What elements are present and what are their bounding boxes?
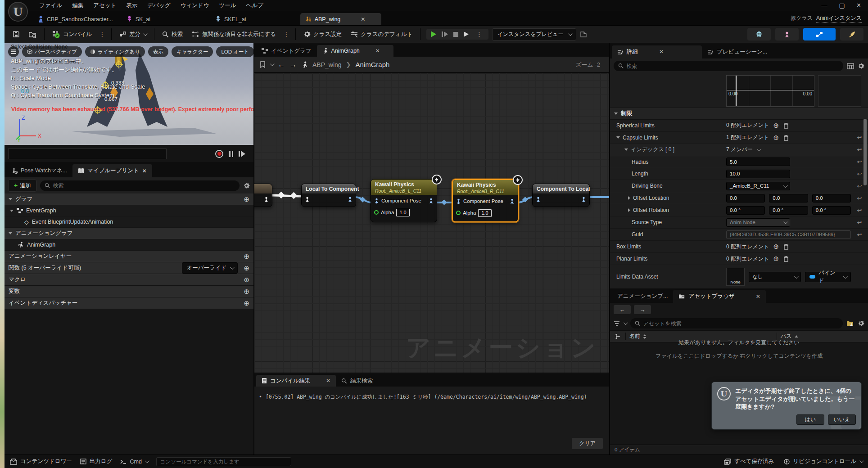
step-forward-button[interactable] xyxy=(239,151,245,157)
section-functions[interactable]: 関数 (5 オーバーライド可能) オーバーライド ⊕ xyxy=(5,262,253,274)
play-button[interactable] xyxy=(431,31,436,37)
menu-file[interactable]: ファイル xyxy=(34,0,67,11)
menu-help[interactable]: ヘルプ xyxy=(241,0,268,11)
tab-preview-scene[interactable]: プレビューシーン... xyxy=(702,45,773,58)
lighting-button[interactable]: ライティングあり xyxy=(85,46,145,57)
tab-close-icon[interactable]: ✕ xyxy=(361,16,365,22)
bind-button[interactable]: バインド xyxy=(805,272,851,282)
alpha-value-field[interactable]: 1.0 xyxy=(396,209,409,216)
bookmark-icon[interactable] xyxy=(260,61,266,68)
revision-control-button[interactable]: リビジョンコントロール xyxy=(783,458,863,465)
character-button[interactable]: キャラクター xyxy=(172,46,213,57)
toast-yes-button[interactable]: はい xyxy=(796,414,824,425)
forward-button[interactable]: → xyxy=(634,305,651,314)
bone-marker-icon[interactable] xyxy=(94,106,102,114)
reset-to-default-icon[interactable]: ↩ xyxy=(851,207,868,214)
display-filter-icon[interactable] xyxy=(847,63,854,69)
hide-unrelated-button[interactable]: 無関係な項目を非表示にする xyxy=(188,28,280,40)
tab-close-icon[interactable]: ✕ xyxy=(756,293,760,300)
preview-instance-dropdown[interactable]: インスタンスをプレビュー xyxy=(492,28,576,40)
add-graph-icon[interactable]: ⊕ xyxy=(244,195,249,203)
diff-button[interactable]: 差分 xyxy=(116,28,150,40)
trash-icon[interactable] xyxy=(783,256,789,262)
offset-rotation-z-field[interactable]: 0.0 ° xyxy=(812,206,851,215)
driving-bone-dropdown[interactable]: _AmiceB_R_C11 xyxy=(726,182,790,190)
row-event-blueprintupdateanimation[interactable]: ◇ Event BlueprintUpdateAnimation xyxy=(5,216,253,228)
pose-pin-icon[interactable] xyxy=(510,198,515,204)
node-kawaii-physics-right[interactable]: Kawaii Physics Root:_AmiceB_R_C11 Compon… xyxy=(452,179,519,222)
compile-options-icon[interactable]: ⋮ xyxy=(97,31,107,38)
node-local-to-component[interactable]: Local To Component xyxy=(301,184,356,207)
find-button[interactable]: 検索 xyxy=(158,28,186,40)
add-dispatcher-icon[interactable]: ⊕ xyxy=(244,299,249,307)
reset-to-default-icon[interactable]: ↩ xyxy=(851,195,868,202)
menu-asset[interactable]: アセット xyxy=(88,0,121,11)
add-button[interactable]: +追加 xyxy=(8,180,36,192)
search-input[interactable] xyxy=(627,63,839,69)
add-variable-icon[interactable]: ⊕ xyxy=(244,288,249,296)
alpha-pin-icon[interactable] xyxy=(374,210,379,215)
animation-mode-button[interactable] xyxy=(840,28,863,40)
compile-log-line[interactable]: [0755.02] ABP_wing のコンパイルに成功しました![163 ミリ… xyxy=(266,394,587,400)
node-kawaii-physics-left[interactable]: Kawaii Physics Root:_AmiceB_L_C11 Compon… xyxy=(371,179,437,222)
record-button[interactable] xyxy=(215,150,223,158)
asset-search[interactable] xyxy=(630,318,843,328)
pose-pin-icon[interactable] xyxy=(348,197,353,202)
tab-sk-ai[interactable]: SK_ai xyxy=(121,13,156,25)
tab-cbp-sandboxcharacter[interactable]: CBP_SandboxCharacter... xyxy=(32,13,118,25)
cmd-dropdown[interactable]: Cmd xyxy=(120,459,148,465)
section-graphs[interactable]: グラフ ⊕ xyxy=(5,194,253,205)
pose-pin-icon[interactable] xyxy=(581,197,586,202)
collapse-icon[interactable] xyxy=(624,148,628,151)
nav-forward-icon[interactable]: → xyxy=(289,61,297,69)
search-input[interactable] xyxy=(53,182,235,189)
close-window-icon[interactable]: × xyxy=(857,1,861,9)
debug-object-icon[interactable] xyxy=(580,31,587,38)
add-macro-icon[interactable]: ⊕ xyxy=(244,276,249,284)
tab-pose-watch-manager[interactable]: Pose Watchマネ... xyxy=(6,164,72,177)
pause-button[interactable] xyxy=(229,151,233,157)
trash-icon[interactable] xyxy=(783,243,789,250)
reset-to-default-icon[interactable]: ↩ xyxy=(851,219,868,226)
lod-button[interactable]: LOD オート xyxy=(216,46,253,57)
my-blueprint-search[interactable] xyxy=(40,180,240,191)
tab-asset-browser[interactable]: アセットブラウザ ✕ xyxy=(673,290,765,303)
chevron-down-icon[interactable] xyxy=(757,147,761,151)
pose-pin-icon[interactable] xyxy=(264,197,269,202)
gear-icon[interactable] xyxy=(243,182,250,189)
row-eventgraph[interactable]: EventGraph xyxy=(5,205,253,216)
override-dropdown[interactable]: オーバーライド xyxy=(182,262,238,274)
chevron-down-icon[interactable] xyxy=(624,320,628,325)
tab-abp-wing[interactable]: ABP_wing ✕ xyxy=(300,13,381,25)
hide-unrelated-options-icon[interactable]: ⋮ xyxy=(281,31,291,38)
tab-skel-ai[interactable]: SKEL_ai xyxy=(210,13,252,25)
save-button[interactable] xyxy=(9,28,23,40)
offset-location-z-field[interactable]: 0.0 xyxy=(812,194,851,202)
timeline-track[interactable] xyxy=(8,148,167,159)
collapse-icon[interactable] xyxy=(616,136,620,139)
tab-close-icon[interactable]: ✕ xyxy=(142,168,147,174)
output-log-button[interactable]: 出力ログ xyxy=(80,458,113,465)
menu-view[interactable]: 表示 xyxy=(121,0,142,11)
menu-debug[interactable]: デバッグ xyxy=(142,0,175,11)
offset-location-y-field[interactable]: 0.0 xyxy=(769,194,808,202)
offset-location-x-field[interactable]: 0.0 xyxy=(726,194,765,202)
back-button[interactable]: ← xyxy=(614,305,631,314)
perspective-button[interactable]: パースペクティブ xyxy=(22,46,82,57)
search-input[interactable] xyxy=(643,320,838,327)
maximize-icon[interactable]: ▢ xyxy=(839,2,845,9)
play-options-icon[interactable]: ⋮ xyxy=(474,31,484,38)
browse-button[interactable] xyxy=(25,29,40,40)
expand-icon[interactable] xyxy=(628,196,630,200)
section-variables[interactable]: 変数 ⊕ xyxy=(5,286,253,297)
node-component-to-local[interactable]: Component To Local xyxy=(532,184,590,207)
breadcrumb-current[interactable]: AnimGraph xyxy=(356,61,390,68)
tab-animation-blueprint[interactable]: アニメーションブ... xyxy=(612,290,673,303)
filter-icon[interactable] xyxy=(614,321,620,326)
content-drawer-button[interactable]: コンテンツドロワー xyxy=(10,458,72,465)
section-animation-layers[interactable]: アニメーションレイヤー ⊕ xyxy=(5,251,253,262)
trash-icon[interactable] xyxy=(783,135,789,141)
trash-icon[interactable] xyxy=(783,122,789,129)
gear-icon[interactable] xyxy=(858,63,864,69)
tab-animgraph[interactable]: AnimGraph ✕ xyxy=(317,45,393,57)
